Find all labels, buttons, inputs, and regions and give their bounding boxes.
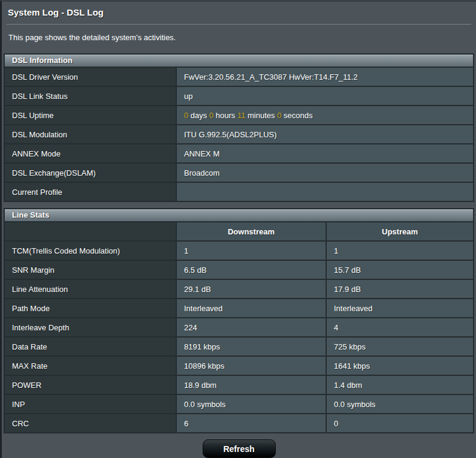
row-label: Line Attenuation [4, 279, 176, 299]
row-label: ANNEX Mode [4, 144, 176, 163]
row-label: SNR Margin [4, 260, 176, 279]
line-stats-table-head: DownstreamUpstream [4, 222, 474, 241]
row-label: POWER [4, 375, 176, 394]
footer: Refresh [2, 439, 476, 458]
dsl-information-section: DSL Information DSL Driver VersionFwVer:… [4, 53, 474, 202]
table-row: DSL Uptime0 days 0 hours 11 minutes 0 se… [4, 106, 474, 125]
downstream-value: 8191 kbps [176, 337, 326, 356]
downstream-value: 1 [176, 241, 326, 260]
table-row: Data Rate8191 kbps725 kbps [4, 337, 474, 356]
table-row: CRC60 [4, 414, 474, 433]
row-label: Interleave Depth [4, 318, 176, 337]
table-row: DSL Exchange(DSLAM)Broadcom [4, 163, 474, 182]
row-value: 0 days 0 hours 11 minutes 0 seconds [176, 106, 474, 125]
page-header: System Log - DSL Log This page shows the… [2, 2, 476, 42]
table-row: Interleave Depth2244 [4, 318, 474, 337]
uptime-text: seconds [281, 111, 312, 120]
table-row: SNR Margin6.5 dB15.7 dB [4, 260, 474, 279]
downstream-value: 0.0 symbols [176, 394, 326, 414]
column-header-upstream: Upstream [326, 222, 474, 241]
row-label: TCM(Trellis Coded Modulation) [4, 241, 176, 260]
line-stats-table: DownstreamUpstream TCM(Trellis Coded Mod… [4, 221, 474, 433]
row-label: DSL Modulation [4, 125, 176, 144]
upstream-value: 725 kbps [326, 337, 474, 356]
table-row: DSL ModulationITU G.992.5(ADSL2PLUS) [4, 125, 474, 144]
line-stats-section-title: Line Stats [4, 208, 474, 221]
upstream-value: 1.4 dbm [326, 375, 474, 394]
table-row: Line Attenuation29.1 dB17.9 dB [4, 279, 474, 299]
upstream-value: 4 [326, 318, 474, 337]
line-stats-section: Line Stats DownstreamUpstream TCM(Trelli… [4, 208, 474, 433]
dsl-log-page: { "page": { "title": "System Log - DSL L… [0, 0, 476, 458]
table-row: INP0.0 symbols0.0 symbols [4, 394, 474, 414]
upstream-value: 15.7 dB [326, 260, 474, 279]
uptime-text: hours [213, 111, 237, 120]
row-label: DSL Link Status [4, 86, 176, 106]
table-row: TCM(Trellis Coded Modulation)11 [4, 241, 474, 260]
table-row: DSL Link Statusup [4, 86, 474, 106]
downstream-value: 10896 kbps [176, 356, 326, 375]
uptime-text: minutes [245, 111, 277, 120]
uptime-text: days [188, 111, 209, 120]
table-header-row: DownstreamUpstream [4, 222, 474, 241]
corner-cell [4, 222, 176, 241]
table-row: DSL Driver VersionFwVer:3.20.56.21_A_TC3… [4, 67, 474, 86]
row-label: DSL Uptime [4, 106, 176, 125]
downstream-value: 224 [176, 318, 326, 337]
row-label: Current Profile [4, 182, 176, 201]
dsl-information-table-body: DSL Driver VersionFwVer:3.20.56.21_A_TC3… [4, 67, 474, 201]
downstream-value: 6 [176, 414, 326, 433]
row-label: DSL Driver Version [4, 67, 176, 86]
downstream-value: 18.9 dbm [176, 375, 326, 394]
table-row: Path ModeInterleavedInterleaved [4, 299, 474, 318]
upstream-value: 17.9 dB [326, 279, 474, 299]
row-label: MAX Rate [4, 356, 176, 375]
uptime-number: 11 [237, 111, 246, 120]
header-divider [7, 24, 471, 25]
upstream-value: 1641 kbps [326, 356, 474, 375]
row-value: FwVer:3.20.56.21_A_TC3087 HwVer:T14.F7_1… [176, 67, 474, 86]
row-label: INP [4, 394, 176, 414]
row-label: Path Mode [4, 299, 176, 318]
page-subtitle: This page shows the detailed system's ac… [8, 33, 471, 42]
downstream-value: 29.1 dB [176, 279, 326, 299]
row-value: ANNEX M [176, 144, 474, 163]
downstream-value: Interleaved [176, 299, 326, 318]
row-label: DSL Exchange(DSLAM) [4, 163, 176, 182]
row-value: ITU G.992.5(ADSL2PLUS) [176, 125, 474, 144]
table-row: POWER18.9 dbm1.4 dbm [4, 375, 474, 394]
column-header-downstream: Downstream [176, 222, 326, 241]
upstream-value: 1 [326, 241, 474, 260]
table-row: MAX Rate10896 kbps1641 kbps [4, 356, 474, 375]
row-value [176, 182, 474, 201]
dsl-information-section-title: DSL Information [4, 53, 474, 67]
refresh-button[interactable]: Refresh [203, 439, 276, 458]
dsl-information-table: DSL Driver VersionFwVer:3.20.56.21_A_TC3… [4, 67, 474, 202]
downstream-value: 6.5 dB [176, 260, 326, 279]
upstream-value: Interleaved [326, 299, 474, 318]
upstream-value: 0 [326, 414, 474, 433]
page-title: System Log - DSL Log [8, 7, 471, 17]
row-value: Broadcom [176, 163, 474, 182]
table-row: ANNEX ModeANNEX M [4, 144, 474, 163]
row-label: CRC [4, 414, 176, 433]
line-stats-table-body: TCM(Trellis Coded Modulation)11SNR Margi… [4, 241, 474, 433]
row-label: Data Rate [4, 337, 176, 356]
upstream-value: 0.0 symbols [326, 394, 474, 414]
row-value: up [176, 86, 474, 106]
table-row: Current Profile [4, 182, 474, 201]
